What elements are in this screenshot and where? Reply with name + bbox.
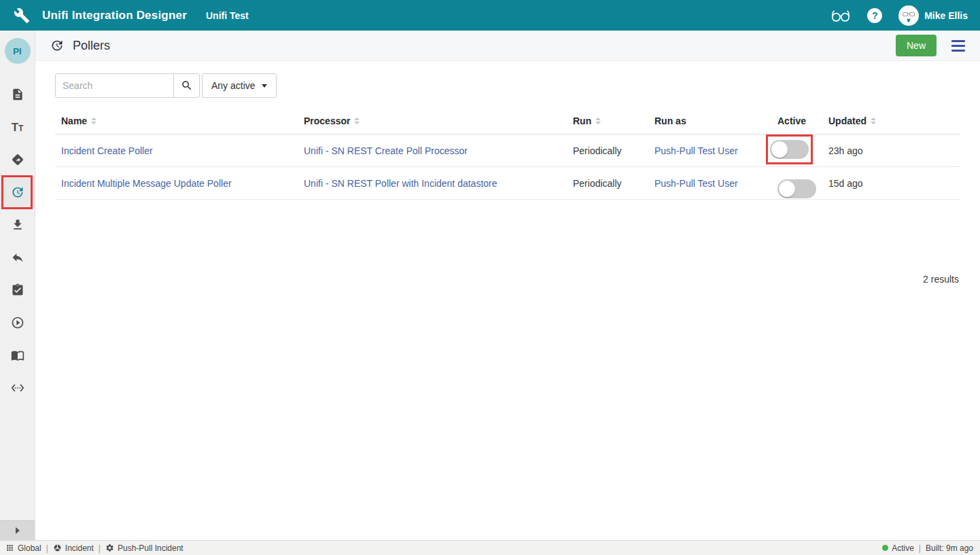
reply-icon — [11, 251, 24, 264]
help-icon: ? — [867, 8, 882, 23]
sort-icon — [354, 118, 360, 124]
download-icon — [11, 218, 24, 232]
poller-clock-icon — [11, 185, 24, 199]
clipboard-check-icon — [11, 283, 24, 297]
scope-chip[interactable]: Global — [5, 543, 41, 553]
active-filter-dropdown[interactable]: Any active — [202, 73, 277, 98]
header-updated[interactable]: Updated — [828, 115, 960, 126]
updated-cell: 15d ago — [828, 178, 960, 189]
incident-icon — [53, 543, 62, 552]
glasses-icon — [830, 8, 851, 22]
run-cell: Periodically — [573, 178, 654, 189]
processor-link[interactable]: Unifi - SN REST Create Poll Processor — [304, 145, 468, 156]
poller-clock-icon — [50, 39, 64, 52]
sort-icon — [595, 118, 601, 124]
sort-icon — [91, 118, 97, 124]
run-cell: Periodically — [573, 145, 654, 156]
sidebar-item-scripts[interactable] — [0, 372, 35, 404]
page-header: Pollers New — [35, 31, 980, 61]
search-input[interactable] — [55, 73, 174, 98]
sidebar-item-messages[interactable] — [0, 143, 35, 176]
sidebar-item-responses[interactable] — [0, 241, 35, 274]
toggle-wrap — [777, 179, 828, 198]
send-diamond-icon — [11, 153, 24, 166]
glasses-button[interactable] — [830, 8, 851, 22]
header-run-as: Run as — [654, 115, 777, 126]
search-button[interactable] — [173, 73, 200, 98]
sidebar-item-text[interactable]: TT — [0, 111, 35, 143]
code-icon — [11, 381, 24, 395]
sidebar-expand-button[interactable] — [0, 520, 35, 540]
sidebar-item-documents[interactable] — [0, 78, 35, 111]
table-row: Incident Multiple Message Update Poller … — [55, 167, 960, 200]
play-circle-icon — [11, 316, 24, 329]
run-as-link[interactable]: Push-Pull Test User — [654, 145, 738, 156]
page-title: Pollers — [73, 39, 110, 53]
active-toggle[interactable] — [777, 179, 816, 198]
sidebar-item-import[interactable] — [0, 209, 35, 241]
gear-icon — [105, 543, 114, 552]
main-content: Pollers New Any active Name Processor — [35, 31, 980, 540]
scope-label: Global — [18, 543, 41, 553]
header-run[interactable]: Run — [573, 115, 654, 126]
divider: | — [99, 543, 101, 553]
menu-button[interactable] — [951, 39, 965, 53]
active-toggle[interactable] — [770, 140, 809, 159]
sidebar-item-runner[interactable] — [0, 306, 35, 339]
processor-link[interactable]: Unifi - SN REST Poller with Incident dat… — [304, 178, 497, 189]
statusbar: Global | Incident | Push-Pull Incident A… — [0, 540, 980, 555]
sidebar-item-pollers[interactable] — [0, 176, 35, 209]
toolbar: Any active — [55, 73, 980, 98]
wrench-logo-icon — [14, 7, 30, 24]
divider: | — [919, 543, 921, 553]
header-name[interactable]: Name — [61, 115, 304, 126]
topbar: Unifi Integration Designer Unifi Test ? … — [0, 0, 980, 31]
avatar — [898, 5, 919, 26]
built-label: Built: 9m ago — [926, 543, 973, 553]
toggle-knob — [779, 181, 795, 197]
run-as-link[interactable]: Push-Pull Test User — [654, 178, 738, 189]
poller-name-link[interactable]: Incident Multiple Message Update Poller — [61, 178, 232, 189]
toggle-knob — [771, 141, 788, 158]
text-icon: TT — [12, 122, 24, 133]
search-icon — [181, 79, 193, 92]
active-filter-label: Any active — [211, 80, 256, 91]
header-processor[interactable]: Processor — [304, 115, 573, 126]
table-label: Incident — [65, 543, 94, 553]
app-title: Unifi Integration Designer — [42, 9, 187, 22]
table-row: Incident Create Poller Unifi - SN REST C… — [55, 135, 960, 167]
document-icon — [11, 88, 24, 101]
sidebar-item-tasks[interactable] — [0, 274, 35, 306]
process-label: Push-Pull Incident — [118, 543, 183, 553]
results-count: 2 results — [923, 274, 959, 285]
poller-name-link[interactable]: Incident Create Poller — [61, 145, 153, 156]
header-active: Active — [777, 115, 828, 126]
sidebar-item-docs[interactable] — [0, 339, 35, 372]
table-header-row: Name Processor Run Run as Active Updated — [55, 107, 960, 135]
status-label: Active — [892, 543, 914, 553]
toggle-highlight-box — [766, 135, 813, 164]
chevron-right-icon — [16, 527, 20, 534]
status-dot — [882, 545, 888, 551]
chevron-down-icon — [262, 84, 267, 88]
table-chip[interactable]: Incident — [53, 543, 94, 553]
help-button[interactable]: ? — [867, 8, 882, 23]
book-icon — [11, 348, 24, 362]
user-name: Mike Ellis — [924, 10, 968, 21]
sidebar: PI TT — [0, 31, 35, 540]
environment-label: Unifi Test — [206, 10, 249, 21]
sidebar-avatar[interactable]: PI — [5, 38, 31, 64]
user-menu[interactable]: Mike Ellis — [898, 5, 968, 26]
sort-icon — [871, 118, 876, 124]
divider: | — [46, 543, 48, 553]
grid-icon — [5, 543, 14, 552]
pollers-table: Name Processor Run Run as Active Updated — [55, 107, 960, 200]
process-chip[interactable]: Push-Pull Incident — [105, 543, 183, 553]
new-button[interactable]: New — [896, 35, 937, 56]
updated-cell: 23h ago — [828, 145, 960, 156]
hamburger-icon — [951, 40, 965, 42]
